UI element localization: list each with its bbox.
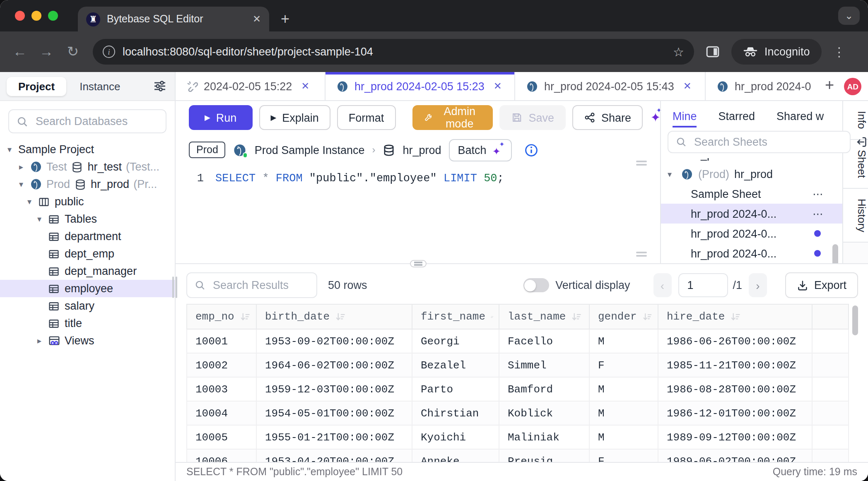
chevron-down-icon[interactable]: ▾ <box>5 145 14 154</box>
splitter-handle[interactable] <box>410 260 426 267</box>
browser-menu-icon[interactable]: ⋮ <box>833 44 846 59</box>
admin-mode-button[interactable]: Admin mode <box>412 105 493 130</box>
export-button[interactable]: Export <box>785 272 858 298</box>
sheet-item-unsaved-2[interactable]: hr_prod 2024-0... <box>661 243 842 263</box>
close-worksheet-icon[interactable]: ✕ <box>494 80 502 92</box>
sheet-group-hr-prod[interactable]: ▾ (Prod) hr_prod <box>661 164 842 184</box>
bookmark-star-icon[interactable]: ☆ <box>673 44 684 59</box>
table-cell[interactable]: Facello <box>499 329 589 353</box>
sheet-item-sample-sheet[interactable]: Sample Sheet ⋯ <box>661 184 842 204</box>
search-sheets-input[interactable] <box>692 135 842 149</box>
table-cell[interactable]: 1986-08-28T00:00:00Z <box>658 377 812 401</box>
next-page-button[interactable]: › <box>749 273 767 297</box>
table-cell[interactable]: 1989-06-02T00:00:00Z <box>658 449 812 462</box>
tab-shared[interactable]: Shared w <box>776 103 825 129</box>
explain-button[interactable]: ▶Explain <box>259 105 330 130</box>
column-header[interactable]: hire_date <box>658 304 812 329</box>
tab-starred[interactable]: Starred <box>719 103 755 129</box>
sheet-item-current[interactable]: hr_prod 2024-0... ⋯ <box>661 204 842 224</box>
search-results-input[interactable] <box>211 278 309 292</box>
table-cell[interactable]: 1954-05-01T00:00:00Z <box>256 401 412 425</box>
run-button[interactable]: ▶Run <box>189 105 252 130</box>
sort-icon[interactable] <box>730 311 741 322</box>
table-cell[interactable]: 1953-04-20T00:00:00Z <box>256 449 412 462</box>
close-worksheet-icon[interactable]: ✕ <box>301 80 309 92</box>
worksheet-tab-4[interactable]: hr_prod 2024-0 <box>706 72 822 100</box>
table-cell[interactable]: Bezalel <box>412 353 499 377</box>
worksheet-tab-1[interactable]: 2024-02-05 15:22 ✕ <box>176 72 326 100</box>
new-tab-button[interactable]: + <box>281 11 289 31</box>
back-button[interactable]: ← <box>8 43 31 60</box>
more-actions-icon[interactable]: ⋯ <box>813 188 836 200</box>
table-cell[interactable]: 1986-12-01T00:00:00Z <box>658 401 812 425</box>
search-databases-input[interactable] <box>34 114 158 128</box>
forward-button[interactable]: → <box>35 43 58 60</box>
table-cell[interactable]: 10004 <box>187 401 256 425</box>
database-search-field[interactable] <box>8 109 166 133</box>
tree-item-project[interactable]: ▾ Sample Project <box>0 141 175 158</box>
table-cell[interactable]: Chirstian <box>412 401 499 425</box>
format-button[interactable]: Format <box>337 105 396 130</box>
new-worksheet-button[interactable]: + <box>822 76 842 96</box>
page-number-input[interactable] <box>678 273 728 297</box>
table-cell[interactable]: 10002 <box>187 353 256 377</box>
chevron-right-icon[interactable]: ▸ <box>35 336 44 345</box>
tree-item-table-dept-emp[interactable]: dept_emp <box>0 245 175 262</box>
table-cell[interactable]: Maliniak <box>499 425 589 449</box>
minimize-window-button[interactable] <box>31 11 41 21</box>
results-search-field[interactable] <box>186 272 317 298</box>
maximize-window-button[interactable] <box>48 11 58 21</box>
table-cell[interactable]: 1964-06-02T00:00:00Z <box>256 353 412 377</box>
browser-tab[interactable]: ♜ Bytebase SQL Editor ✕ <box>78 7 269 31</box>
editor-scroll-mark[interactable] <box>636 161 647 166</box>
table-cell[interactable]: 1959-12-03T00:00:00Z <box>256 377 412 401</box>
site-info-icon[interactable]: i <box>103 46 115 58</box>
table-cell[interactable]: Simmel <box>499 353 589 377</box>
table-cell[interactable]: M <box>589 425 658 449</box>
tree-item-table-department[interactable]: department <box>0 228 175 245</box>
side-panel-icon[interactable] <box>706 45 720 59</box>
table-cell[interactable]: 1986-06-26T00:00:00Z <box>658 329 812 353</box>
user-avatar[interactable]: AD <box>844 77 861 95</box>
table-cell[interactable]: Anneke <box>412 449 499 462</box>
table-cell[interactable]: 10006 <box>187 449 256 462</box>
tab-history[interactable]: History <box>843 188 868 243</box>
table-cell[interactable]: F <box>589 449 658 462</box>
vertical-display-toggle[interactable] <box>523 278 549 292</box>
close-worksheet-icon[interactable]: ✕ <box>683 80 692 92</box>
close-tab-icon[interactable]: ✕ <box>253 13 261 25</box>
filter-settings-icon[interactable] <box>153 79 166 93</box>
table-cell[interactable]: F <box>589 353 658 377</box>
reload-button[interactable]: ↻ <box>61 43 84 60</box>
column-header[interactable]: emp_no <box>187 304 256 329</box>
info-circle-icon[interactable] <box>525 143 539 157</box>
sheet-list-scrollbar[interactable] <box>832 244 838 263</box>
table-cell[interactable]: 1953-09-02T00:00:00Z <box>256 329 412 353</box>
tree-item-table-salary[interactable]: salary <box>0 297 175 315</box>
table-cell[interactable]: Bamford <box>499 377 589 401</box>
tree-item-schema-public[interactable]: ▾ public <box>0 193 175 210</box>
table-cell[interactable]: 1989-09-12T00:00:00Z <box>658 425 812 449</box>
previous-page-button[interactable]: ‹ <box>653 273 671 297</box>
table-cell[interactable]: 1955-01-21T00:00:00Z <box>256 425 412 449</box>
tree-item-tables-group[interactable]: ▾ Tables <box>0 210 175 228</box>
table-cell[interactable]: 1985-11-21T00:00:00Z <box>658 353 812 377</box>
tree-item-hr-test[interactable]: ▸ Test hr_test (Test... <box>0 158 175 176</box>
tree-item-table-employee[interactable]: employee <box>0 280 175 297</box>
chevron-down-icon[interactable]: ▾ <box>35 214 44 224</box>
tab-project[interactable]: Project <box>7 77 66 96</box>
chevron-down-icon[interactable]: ▾ <box>17 180 26 189</box>
sort-icon[interactable] <box>335 311 346 322</box>
sort-icon[interactable] <box>239 311 251 322</box>
results-scrollbar[interactable] <box>852 305 858 335</box>
tree-item-views-group[interactable]: ▸ Views <box>0 332 175 349</box>
table-cell[interactable]: M <box>589 329 658 353</box>
instance-name[interactable]: Prod Sample Instance <box>255 144 365 156</box>
chevron-down-icon[interactable]: ▾ <box>668 169 676 178</box>
column-header[interactable]: last_name <box>499 304 589 329</box>
close-window-button[interactable] <box>15 11 25 21</box>
sheet-search-field[interactable] <box>668 131 851 153</box>
column-header[interactable]: birth_date <box>256 304 412 329</box>
worksheet-tab-3[interactable]: hr_prod 2024-02-05 15:43 ✕ <box>515 72 706 100</box>
sheet-item-unsaved-1[interactable]: hr_prod 2024-0... <box>661 224 842 243</box>
